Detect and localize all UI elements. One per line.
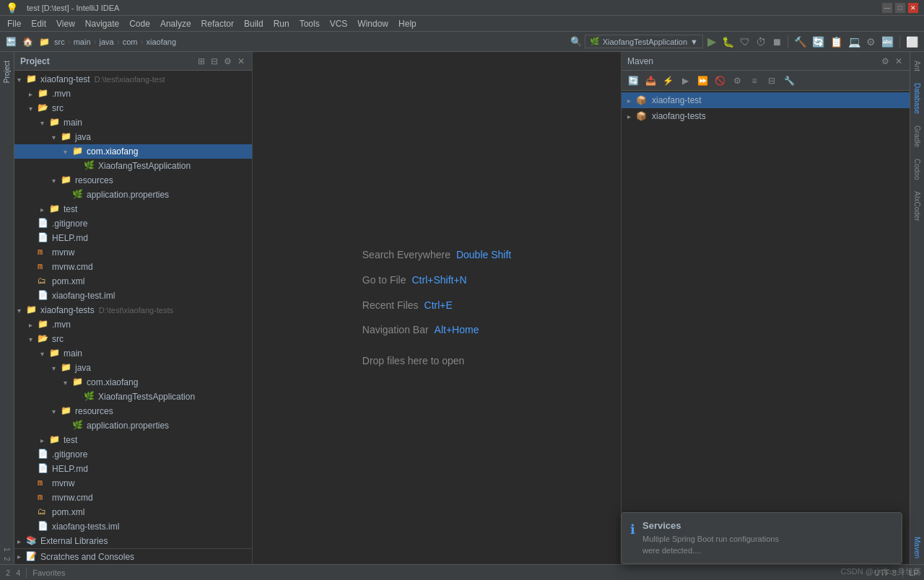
- tree-item[interactable]: mmvnw.cmd: [14, 260, 252, 274]
- tree-item[interactable]: ▸📁test: [14, 202, 252, 216]
- menu-refactor[interactable]: Refactor: [197, 17, 238, 30]
- tree-item[interactable]: 🌿application.properties: [14, 418, 252, 433]
- tree-item[interactable]: 📄HELP.md: [14, 462, 252, 476]
- tab-number-1[interactable]: 1: [0, 545, 14, 555]
- tree-item[interactable]: 🗂pom.xml: [14, 274, 252, 289]
- maven-settings-icon[interactable]: ⚙: [880, 56, 891, 67]
- search-everywhere-icon[interactable]: 🔍: [570, 36, 582, 47]
- tree-item[interactable]: mmvnw: [14, 476, 252, 491]
- menu-view[interactable]: View: [52, 17, 79, 30]
- tree-item[interactable]: ▾📂src: [14, 332, 252, 346]
- tree-item[interactable]: mmvnw.cmd: [14, 491, 252, 505]
- tree-item[interactable]: ▾📁com.xiaofang: [14, 144, 252, 159]
- close-button[interactable]: ✕: [908, 3, 918, 13]
- run-button[interactable]: ▶: [706, 34, 718, 49]
- tree-item[interactable]: ▸📚External Libraries: [14, 534, 252, 548]
- tree-item[interactable]: ▾📁main: [14, 115, 252, 130]
- panel-close-icon[interactable]: ✕: [236, 56, 246, 67]
- maven-item-xiaofang-test[interactable]: ▸ 📦 xiaofang-test: [622, 92, 910, 108]
- menu-analyze[interactable]: Analyze: [156, 17, 196, 30]
- menu-code[interactable]: Code: [125, 17, 154, 30]
- tree-item[interactable]: mmvnw: [14, 245, 252, 260]
- menu-edit[interactable]: Edit: [27, 17, 51, 30]
- tab-project[interactable]: Project: [1, 55, 12, 89]
- tree-item[interactable]: 🌿XiaofangTestApplication: [14, 159, 252, 173]
- maven-close-icon[interactable]: ✕: [894, 56, 904, 67]
- tree-item[interactable]: 📄xiaofang-test.iml: [14, 289, 252, 303]
- menu-vcs[interactable]: VCS: [326, 17, 352, 30]
- stop-button[interactable]: ⏹: [770, 35, 783, 48]
- tree-item[interactable]: ▾📁xiaofang-testD:\test\xiaofang-test: [14, 72, 252, 87]
- menu-help[interactable]: Help: [394, 17, 421, 30]
- nav-project-icon[interactable]: 📁: [38, 36, 51, 48]
- menu-file[interactable]: File: [3, 17, 25, 30]
- tree-item[interactable]: ▾📁java: [14, 361, 252, 375]
- terminal-button[interactable]: 💻: [847, 35, 862, 48]
- editor-area[interactable]: Search Everywhere Double Shift Go to Fil…: [253, 52, 621, 564]
- tree-item[interactable]: ▾📁java: [14, 130, 252, 144]
- sync-button[interactable]: 🔄: [811, 35, 826, 48]
- maven-generate-icon[interactable]: ⚡: [661, 74, 675, 88]
- menu-window[interactable]: Window: [353, 17, 393, 30]
- tree-item[interactable]: 🗂pom.xml: [14, 505, 252, 519]
- tree-item[interactable]: 🌿XiaofangTestsApplication: [14, 390, 252, 404]
- maven-collapse-icon[interactable]: ⊟: [764, 74, 779, 88]
- maven-run-icon[interactable]: ▶: [678, 74, 692, 88]
- coverage-button[interactable]: 🛡: [738, 35, 751, 48]
- debug-button[interactable]: 🐛: [720, 35, 736, 48]
- panel-expand-icon[interactable]: ⊞: [196, 56, 206, 67]
- panel-settings-icon[interactable]: ⚙: [222, 56, 233, 67]
- right-tab-maven[interactable]: Maven: [912, 531, 923, 564]
- minimize-button[interactable]: —: [882, 3, 892, 13]
- tree-label: resources: [75, 175, 113, 185]
- right-tab-codoo[interactable]: Codoo: [912, 153, 923, 185]
- tree-item[interactable]: ▾📁resources: [14, 173, 252, 188]
- layout-button[interactable]: ⬜: [905, 35, 920, 48]
- menu-build[interactable]: Build: [240, 17, 268, 30]
- maximize-button[interactable]: □: [895, 3, 905, 13]
- build-button[interactable]: 🔨: [793, 35, 808, 48]
- maven-label-1: xiaofang-test: [652, 95, 702, 105]
- maven-add-icon[interactable]: 📥: [643, 74, 658, 88]
- maven-debug-icon[interactable]: ⏩: [695, 74, 710, 88]
- tree-item[interactable]: 📄HELP.md: [14, 231, 252, 245]
- nav-back-icon[interactable]: 🔙: [4, 36, 18, 48]
- settings-button[interactable]: ⚙: [865, 35, 877, 48]
- maven-skip-test-icon[interactable]: 🚫: [712, 74, 727, 88]
- panel-collapse-icon[interactable]: ⊟: [209, 56, 219, 67]
- profile-button[interactable]: ⏱: [754, 35, 767, 48]
- tree-item[interactable]: ▾📁com.xiaofang: [14, 375, 252, 390]
- run-config-dropdown[interactable]: 🌿 XiaofangTestApplication ▼: [585, 35, 703, 48]
- tree-item[interactable]: ▸📁test: [14, 433, 252, 447]
- tree-item[interactable]: ▾📂src: [14, 101, 252, 115]
- maven-config-icon[interactable]: ⚙: [730, 74, 744, 88]
- tree-item[interactable]: ▸📁.mvn: [14, 87, 252, 101]
- right-tab-ant[interactable]: Ant: [912, 55, 923, 77]
- open-folder-icon: 📂: [38, 102, 49, 114]
- nav-home-icon[interactable]: 🏠: [21, 36, 35, 48]
- right-tab-aixcoder[interactable]: AIxCoder: [912, 185, 923, 227]
- tree-item[interactable]: ▸📁.mvn: [14, 317, 252, 332]
- menu-tools[interactable]: Tools: [295, 17, 324, 30]
- font-button[interactable]: 🔤: [880, 35, 895, 48]
- tree-item[interactable]: 📄.gitignore: [14, 447, 252, 462]
- tree-item[interactable]: 📄xiaofang-tests.iml: [14, 519, 252, 534]
- git-button[interactable]: 📋: [829, 35, 844, 48]
- tree-item[interactable]: 🌿application.properties: [14, 188, 252, 202]
- tree-item[interactable]: ▾📁resources: [14, 404, 252, 418]
- tree-item[interactable]: 📄.gitignore: [14, 216, 252, 231]
- maven-toggle-icon[interactable]: ≡: [747, 74, 762, 88]
- maven-settings2-icon[interactable]: 🔧: [782, 74, 796, 88]
- right-tab-gradle[interactable]: Gradle: [912, 120, 923, 153]
- tree-arrow: ▾: [40, 350, 49, 358]
- tree-item[interactable]: ▾📁main: [14, 346, 252, 361]
- menu-navigate[interactable]: Navigate: [81, 17, 123, 30]
- tab-number-2[interactable]: 2: [0, 554, 14, 564]
- tree-item[interactable]: ▾📁xiaofang-testsD:\test\xiaofang-tests: [14, 303, 252, 317]
- tree-label: HELP.md: [52, 464, 88, 474]
- scratches-consoles[interactable]: ▸ 📝 Scratches and Consoles: [14, 548, 252, 563]
- maven-refresh-icon[interactable]: 🔄: [626, 74, 640, 88]
- menu-run[interactable]: Run: [269, 17, 294, 30]
- right-tab-database[interactable]: Database: [912, 77, 923, 120]
- maven-item-xiaofang-tests[interactable]: ▸ 📦 xiaofang-tests: [622, 108, 910, 124]
